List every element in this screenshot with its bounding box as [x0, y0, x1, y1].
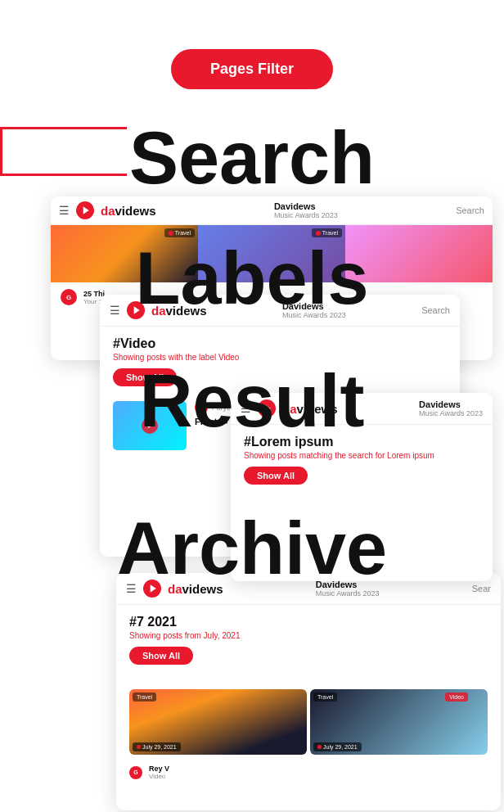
logo-da-red: da — [101, 204, 115, 218]
date-text: July 29, 2021 — [142, 744, 177, 750]
site-subtitle: Music Awards 2023 — [419, 409, 483, 417]
hamburger-icon[interactable]: ☰ — [59, 204, 70, 217]
post-info: Rey V Video — [149, 765, 169, 780]
heading-labels: Labels — [135, 241, 368, 315]
travel-badge: Travel — [133, 692, 156, 701]
site-name: Davidews — [274, 201, 316, 211]
badge-dot — [169, 231, 173, 236]
window1-nav-center: Davidews Music Awards 2023 — [274, 201, 338, 219]
archive-post-item: G Rey V Video — [116, 761, 501, 783]
date-dot — [137, 745, 141, 749]
archive-subtext: Showing posts from July, 2021 — [129, 631, 488, 640]
heading-result: Result — [139, 364, 364, 438]
date-badge: July 29, 2021 — [133, 742, 181, 751]
label-heading: #Video — [113, 336, 447, 351]
site-name: Davidews — [419, 399, 461, 409]
window4-content: #7 2021 Showing posts from July, 2021 Sh… — [116, 605, 501, 683]
site-subtitle: Music Awards 2023 — [316, 589, 380, 598]
badge-label: Travel — [322, 230, 338, 236]
logo-icon — [76, 201, 94, 219]
window1-nav-left: ☰ davidews — [59, 201, 156, 219]
red-border-accent — [0, 127, 127, 176]
window1-nav: ☰ davidews Davidews Music Awards 2023 Se… — [51, 196, 493, 225]
label-subtext: Showing posts matching the search for Lo… — [244, 451, 479, 460]
heading-archive: Archive — [117, 512, 387, 585]
pages-filter-section: Pages Filter — [0, 0, 504, 106]
date-text: July 29, 2021 — [323, 744, 358, 750]
badge-label: Travel — [175, 230, 191, 236]
show-all-button[interactable]: Show All — [129, 647, 193, 665]
author-avatar: G — [61, 289, 77, 305]
archive-image-2: Travel Video July 29, 2021 — [310, 689, 488, 755]
travel-badge-2: Travel — [312, 228, 342, 237]
date-badge: July 29, 2021 — [313, 742, 362, 751]
post-subtitle: Video — [149, 773, 169, 780]
video-badge: Video — [445, 692, 468, 701]
show-all-button[interactable]: Show All — [244, 467, 308, 485]
site-subtitle: Music Awards 2023 — [274, 211, 338, 219]
archive-images: Travel July 29, 2021 Travel Video July 2… — [116, 683, 501, 761]
window-archive: ☰ davidews Davidews Music Awards 2023 Se… — [116, 573, 501, 810]
pages-filter-button[interactable]: Pages Filter — [171, 49, 333, 89]
heading-search: Search — [129, 121, 375, 195]
hamburger-icon[interactable]: ☰ — [110, 304, 120, 317]
date-dot — [317, 745, 322, 749]
badge-dot — [316, 231, 321, 236]
nav-search-label[interactable]: Search — [456, 205, 484, 215]
travel-badge-1: Travel — [164, 228, 195, 237]
travel-badge: Travel — [313, 692, 337, 701]
nav-search-label[interactable]: Search — [421, 305, 450, 315]
svg-marker-0 — [83, 206, 89, 214]
logo-text: davidews — [101, 204, 156, 218]
window3-nav-center: Davidews Music Awards 2023 — [419, 399, 483, 417]
post-title: Rey V — [149, 765, 169, 773]
archive-heading: #7 2021 — [129, 615, 488, 629]
archive-image-1: Travel July 29, 2021 — [129, 689, 307, 755]
nav-search-label[interactable]: Sear — [472, 584, 491, 593]
author-avatar: G — [129, 766, 142, 779]
